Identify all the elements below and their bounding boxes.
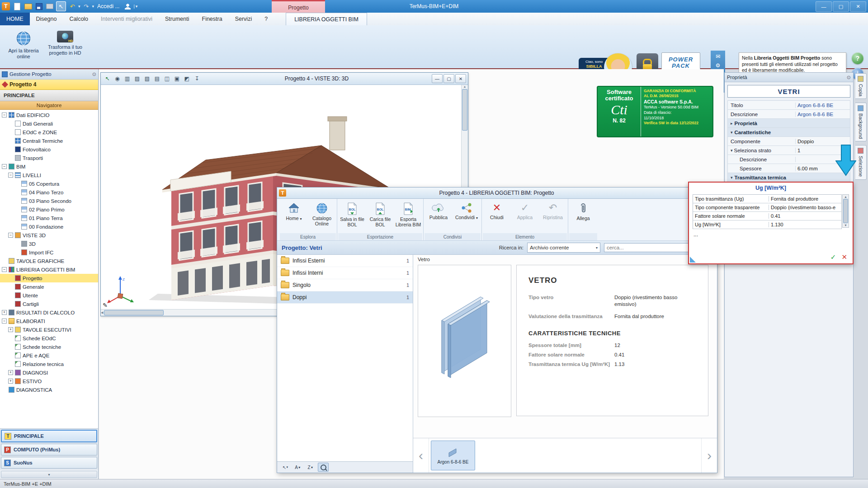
select-mode-button[interactable]: ↖ bbox=[56, 1, 66, 11]
menu-finestra[interactable]: Finestra bbox=[196, 13, 229, 25]
search-filter-toggle[interactable] bbox=[318, 463, 329, 472]
descrizione-value[interactable]: Argon 6-8-6 BE bbox=[796, 112, 850, 117]
condividi-button[interactable]: Condividi ▾ bbox=[453, 199, 481, 233]
context-tab-progetto[interactable]: Progetto bbox=[272, 0, 325, 14]
layers-tool-icon[interactable]: ▤ bbox=[152, 74, 162, 84]
tree-expander[interactable]: − bbox=[8, 233, 13, 238]
tree-item[interactable]: − Dati EDIFICIO bbox=[0, 111, 98, 119]
quickbar-caret-icon[interactable]: ▾ bbox=[136, 4, 138, 9]
pin-icon[interactable]: ⊙ bbox=[92, 71, 96, 77]
tree-expander[interactable]: − bbox=[2, 113, 7, 117]
tree-item[interactable]: Schede tecniche bbox=[0, 343, 98, 351]
tree-item[interactable]: + DIAGNOSI bbox=[0, 368, 98, 377]
tree-item[interactable]: 3D bbox=[0, 239, 98, 248]
popup-resize-grip[interactable] bbox=[690, 257, 696, 263]
thumbnail-item[interactable]: Argon 6-8-6 BE bbox=[431, 441, 475, 470]
popup-row[interactable]: Ug [W/m²K] 1.130 bbox=[693, 221, 841, 229]
app-icon[interactable]: T bbox=[2, 2, 10, 10]
catalogo-online-button[interactable]: Catalogo Online bbox=[308, 199, 336, 233]
login-button[interactable]: Accedi ... bbox=[97, 3, 119, 9]
tree-expander[interactable]: − bbox=[2, 319, 7, 324]
tree-item[interactable]: EOdC e ZONE bbox=[0, 128, 98, 136]
current-project-row[interactable]: Progetto 4 bbox=[0, 80, 98, 90]
tree-expander[interactable]: + bbox=[2, 310, 7, 315]
popup-scrollbar[interactable]: ▲ ▼ bbox=[842, 194, 849, 228]
category-row[interactable]: Doppi 1 bbox=[277, 291, 413, 304]
tree-expander[interactable]: + bbox=[8, 370, 13, 375]
popup-row[interactable]: Tipo componente trasparente Doppio (rive… bbox=[693, 203, 841, 212]
scroll-up-icon[interactable]: ▲ bbox=[463, 85, 467, 88]
open-online-library-button[interactable]: Apri la libreria online bbox=[4, 28, 43, 66]
tree-item[interactable]: Dati Generali bbox=[0, 119, 98, 128]
carica-bol-button[interactable]: BOL Carica file BOL bbox=[366, 199, 394, 233]
category-row[interactable]: Infissi Esterni 1 bbox=[277, 255, 413, 267]
undo-button[interactable]: ↶ bbox=[68, 2, 77, 11]
allega-button[interactable]: Allega bbox=[569, 199, 597, 233]
scrollbar-thumb[interactable] bbox=[104, 310, 164, 315]
scrollbar-thumb[interactable] bbox=[462, 89, 467, 131]
section-proprieta[interactable]: ▸ Proprietà bbox=[728, 119, 850, 128]
salva-bol-button[interactable]: BOL Salva in file BOL bbox=[338, 199, 366, 233]
paint-tool-icon[interactable]: ▧ bbox=[142, 74, 152, 84]
user-button[interactable] bbox=[123, 2, 132, 11]
sidebar-button-suonus[interactable]: S SuoNus bbox=[1, 457, 97, 469]
menu-interventi[interactable]: Interventi migliorativi bbox=[94, 13, 159, 25]
tree-item[interactable]: Relazione tecnica bbox=[0, 360, 98, 368]
save-button[interactable] bbox=[34, 2, 43, 11]
titolo-value[interactable]: Argon 6-8-6 BE bbox=[796, 103, 850, 108]
principale-section-header[interactable]: PRINCIPALE bbox=[0, 90, 98, 101]
tree-expander[interactable]: + bbox=[8, 327, 13, 332]
tree-item[interactable]: 03 Piano Secondo bbox=[0, 197, 98, 205]
minimize-button[interactable]: — bbox=[816, 1, 832, 12]
scroll-down-icon[interactable]: ▼ bbox=[844, 224, 847, 227]
tree-expander[interactable]: − bbox=[8, 173, 13, 178]
popup-confirm-button[interactable]: ✓ bbox=[830, 253, 836, 261]
help-circle-button[interactable]: ? bbox=[852, 52, 863, 64]
chiudi-button[interactable]: ✕ Chiudi bbox=[483, 199, 511, 233]
esporta-libreria-button[interactable]: BIM Esporta Libreria BIM bbox=[394, 199, 422, 233]
redo-button[interactable]: ↷ bbox=[82, 2, 91, 11]
select-tool-icon[interactable]: ↖ bbox=[103, 74, 112, 84]
pin-icon[interactable]: ⊙ bbox=[847, 75, 851, 80]
tree-item[interactable]: 01 Piano Terra bbox=[0, 214, 98, 222]
tree-item[interactable]: 00 Fondazione bbox=[0, 222, 98, 231]
tree-item[interactable]: Utente bbox=[0, 291, 98, 300]
tree-item[interactable]: 04 Piano Terzo bbox=[0, 188, 98, 197]
tree-item[interactable]: Trasporti bbox=[0, 154, 98, 162]
tree-item[interactable]: − VISTE 3D bbox=[0, 231, 98, 239]
views-tool-icon[interactable]: ◫ bbox=[162, 74, 172, 84]
home-button[interactable]: Home ▾ bbox=[280, 199, 308, 233]
search-scope-select[interactable]: Archivio corrente ▾ bbox=[527, 243, 600, 253]
maximize-button[interactable]: ▢ bbox=[833, 1, 849, 12]
tree-item[interactable]: TAVOLE GRAFICHE bbox=[0, 257, 98, 265]
edge-tab-selezione[interactable]: Selezione bbox=[855, 145, 867, 179]
tree-item[interactable]: Cartigli bbox=[0, 300, 98, 308]
category-row[interactable]: Singolo 1 bbox=[277, 279, 413, 291]
print-button[interactable] bbox=[45, 2, 54, 11]
materials-tool-icon[interactable]: ▣ bbox=[172, 74, 182, 84]
sidebar-button-computo[interactable]: P COMPUTO (PriMus) bbox=[1, 444, 97, 455]
library-search-input[interactable] bbox=[604, 243, 700, 252]
category-row[interactable]: Infissi Interni 1 bbox=[277, 267, 413, 279]
tree-item[interactable]: APE e AQE bbox=[0, 351, 98, 360]
tree-item[interactable]: 05 Copertura bbox=[0, 179, 98, 188]
tab-libreria-oggetti-bim[interactable]: LIBRERIA OGGETTI BIM bbox=[286, 13, 367, 25]
tree-item[interactable]: Fotovoltaico bbox=[0, 145, 98, 154]
tree-item[interactable]: − LIVELLI bbox=[0, 171, 98, 179]
tree-item[interactable]: − BIM bbox=[0, 162, 98, 171]
tree-item[interactable]: − LIBRERIA OGGETTI BIM bbox=[0, 265, 98, 274]
pin-tool-icon[interactable]: ◉ bbox=[113, 74, 122, 84]
tree-item[interactable]: DIAGNOSTICA bbox=[0, 385, 98, 394]
palette-tool-icon[interactable]: ◩ bbox=[182, 74, 192, 84]
library-titlebar[interactable]: T Progetto 4 - LIBRERIA OGGETTI BIM: Pro… bbox=[277, 188, 717, 199]
tree-item[interactable]: − ELABORATI bbox=[0, 317, 98, 325]
close-button[interactable]: ✕ bbox=[850, 1, 866, 12]
viewport-minimize-button[interactable]: — bbox=[432, 74, 443, 83]
tree-item[interactable]: Schede EOdC bbox=[0, 334, 98, 343]
menu-disegno[interactable]: Disegno bbox=[30, 13, 63, 25]
reference-plane-icon[interactable]: ▥ bbox=[123, 74, 132, 84]
edge-tab-background[interactable]: Background bbox=[855, 103, 867, 141]
menu-calcolo[interactable]: Calcolo bbox=[63, 13, 94, 25]
tree-expander[interactable]: + bbox=[8, 379, 13, 384]
open-button[interactable] bbox=[24, 2, 33, 11]
